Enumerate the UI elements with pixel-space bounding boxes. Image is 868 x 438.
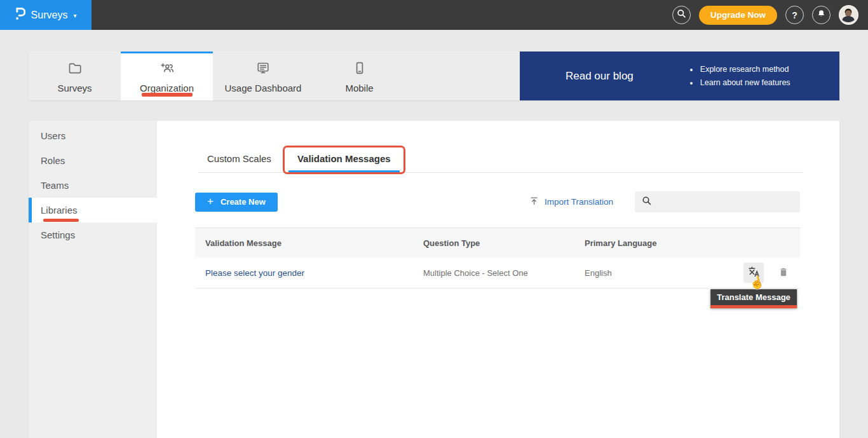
validation-message-link[interactable]: Please select your gender	[205, 268, 423, 278]
tab-usage-dashboard[interactable]: Usage Dashboard	[213, 51, 313, 100]
tab-surveys[interactable]: Surveys	[29, 51, 121, 100]
banner-bullet: Learn about new features	[699, 76, 790, 90]
sidebar-item-label: Libraries	[41, 205, 78, 216]
tab-mobile[interactable]: Mobile	[313, 51, 405, 100]
upgrade-now-button[interactable]: Upgrade Now	[699, 6, 777, 25]
bell-icon	[817, 9, 826, 21]
avatar-photo	[839, 6, 857, 24]
column-header-primary-language: Primary Language	[585, 238, 743, 248]
search-button[interactable]	[672, 6, 691, 24]
tab-label: Usage Dashboard	[225, 83, 302, 93]
tab-label: Mobile	[345, 83, 373, 93]
tab-validation-messages[interactable]: Validation Messages	[288, 147, 400, 172]
brand-menu[interactable]: Surveys ▾	[0, 0, 92, 30]
table-header: Validation Message Question Type Primary…	[195, 228, 800, 257]
questionpro-logo-icon	[15, 6, 25, 24]
blog-promo-banner[interactable]: Read our blog Explore research method Le…	[520, 51, 839, 100]
tab-label: Organization	[140, 83, 194, 93]
topbar: Surveys ▾ Upgrade Now ?	[0, 0, 868, 30]
translate-message-button[interactable]: ☝ Translate Message	[743, 263, 764, 283]
tooltip-label: Translate Message	[717, 292, 790, 302]
sidebar-item-teams[interactable]: Teams	[29, 173, 157, 198]
tab-label: Validation Messages	[297, 153, 391, 164]
plus-icon: +	[207, 195, 214, 208]
settings-sidebar: Users Roles Teams Libraries Settings	[29, 121, 157, 438]
banner-bullet-list: Explore research method Learn about new …	[689, 63, 790, 90]
annotation-underline-organization	[142, 93, 193, 97]
sidebar-item-libraries[interactable]: Libraries	[29, 198, 157, 222]
upload-icon	[529, 196, 539, 208]
trash-icon	[778, 266, 789, 280]
search-input[interactable]	[657, 197, 800, 207]
notifications-button[interactable]	[812, 6, 831, 24]
translate-icon	[747, 265, 761, 280]
translate-message-tooltip: Translate Message	[710, 289, 797, 308]
import-translation-link[interactable]: Import Translation	[529, 196, 613, 208]
search-icon	[677, 9, 686, 21]
annotation-underline-libraries	[43, 219, 79, 222]
sidebar-item-roles[interactable]: Roles	[29, 148, 157, 173]
topbar-actions: Upgrade Now ?	[672, 5, 868, 25]
validation-messages-table: Validation Message Question Type Primary…	[195, 228, 800, 289]
toolbar: + Create New Import Translation	[195, 191, 800, 212]
question-mark-icon: ?	[792, 10, 797, 20]
dashboard-icon	[255, 60, 271, 78]
person-add-icon	[159, 60, 175, 78]
user-avatar[interactable]	[839, 5, 858, 25]
delete-button[interactable]	[776, 263, 791, 283]
sidebar-item-settings[interactable]: Settings	[29, 222, 157, 247]
libraries-content: Custom Scales Validation Messages + Crea…	[157, 147, 839, 289]
question-type-cell: Multiple Choice - Select One	[423, 268, 585, 278]
module-tabs: Surveys Organization	[29, 51, 520, 100]
help-button[interactable]: ?	[785, 6, 804, 24]
tab-organization[interactable]: Organization	[121, 51, 213, 100]
folder-icon	[67, 60, 83, 78]
product-switcher-label: Surveys	[31, 10, 68, 21]
banner-title: Read our blog	[566, 70, 634, 83]
table-row: Please select your gender Multiple Choic…	[195, 257, 800, 289]
language-cell: English	[585, 268, 743, 278]
sidebar-item-users[interactable]: Users	[29, 123, 157, 148]
smartphone-icon	[352, 60, 367, 78]
create-new-label: Create New	[220, 197, 266, 207]
toolbar-right: Import Translation	[529, 191, 800, 212]
search-icon	[642, 196, 652, 209]
tab-label: Surveys	[57, 83, 92, 93]
tab-custom-scales[interactable]: Custom Scales	[198, 147, 280, 172]
main-panel: Users Roles Teams Libraries Settings Cus…	[29, 121, 839, 438]
column-header-question-type: Question Type	[423, 238, 585, 248]
table-search	[635, 191, 800, 212]
banner-bullet: Explore research method	[699, 63, 790, 76]
module-nav: Surveys Organization	[29, 51, 839, 100]
column-header-validation-message: Validation Message	[205, 238, 423, 248]
library-tabs: Custom Scales Validation Messages	[198, 147, 803, 173]
create-new-button[interactable]: + Create New	[195, 193, 278, 212]
import-translation-label: Import Translation	[545, 197, 613, 207]
chevron-down-icon: ▾	[73, 12, 76, 19]
row-actions: ☝ Translate Message	[743, 257, 800, 288]
